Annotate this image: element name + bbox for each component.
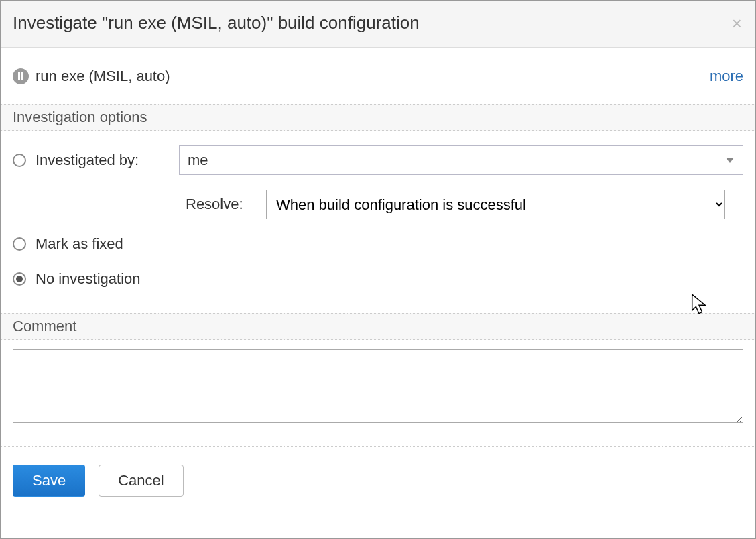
resolve-select[interactable]: When build configuration is successful (266, 190, 725, 219)
comment-textarea[interactable] (13, 349, 743, 423)
radio-no-investigation[interactable] (13, 272, 26, 286)
build-config-name: run exe (MSIL, auto) (36, 68, 170, 85)
radio-investigated-by[interactable] (13, 154, 26, 167)
save-button[interactable]: Save (13, 465, 85, 497)
comment-header: Comment (1, 313, 755, 340)
investigated-by-label: Investigated by: (36, 152, 170, 169)
radio-mark-fixed[interactable] (13, 237, 26, 251)
investigated-by-value: me (180, 152, 716, 169)
resolve-label: Resolve: (186, 196, 246, 213)
dialog-footer: Save Cancel (1, 446, 755, 514)
cancel-button[interactable]: Cancel (99, 465, 183, 497)
close-icon[interactable]: × (732, 15, 742, 32)
dialog-body: run exe (MSIL, auto) more Investigation … (1, 48, 755, 538)
svg-rect-0 (18, 72, 20, 80)
investigation-options: Investigated by: me Resolve: When build … (1, 131, 755, 313)
dialog-title: Investigate "run exe (MSIL, auto)" build… (13, 13, 420, 34)
more-link[interactable]: more (710, 68, 743, 85)
svg-rect-1 (21, 72, 23, 80)
investigated-by-combo[interactable]: me (179, 145, 743, 175)
mark-fixed-label: Mark as fixed (36, 235, 170, 253)
resolve-row: Resolve: When build configuration is suc… (186, 180, 743, 219)
svg-marker-2 (726, 158, 734, 163)
dialog-titlebar: Investigate "run exe (MSIL, auto)" build… (1, 1, 755, 48)
option-mark-fixed-row: Mark as fixed (13, 230, 743, 258)
option-investigated-by-row: Investigated by: me (13, 140, 743, 180)
chevron-down-icon[interactable] (716, 146, 743, 174)
build-config-left: run exe (MSIL, auto) (13, 68, 170, 85)
pause-icon (13, 68, 29, 84)
no-investigation-label: No investigation (36, 270, 170, 288)
option-no-investigation-row: No investigation (13, 265, 743, 293)
investigate-dialog: Investigate "run exe (MSIL, auto)" build… (1, 1, 755, 538)
investigation-options-header: Investigation options (1, 104, 755, 131)
build-config-row: run exe (MSIL, auto) more (1, 48, 755, 104)
comment-area (1, 340, 755, 446)
